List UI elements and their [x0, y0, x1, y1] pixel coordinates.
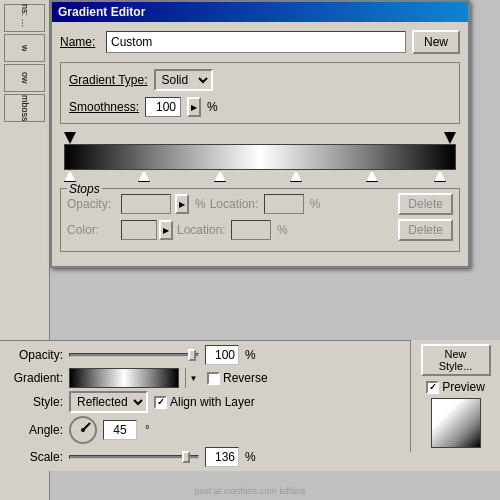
- gradient-stops-row: [64, 170, 456, 184]
- smoothness-label: Smoothness:: [69, 100, 139, 114]
- scale-slider-track[interactable]: [69, 455, 199, 459]
- gradient-bar-outer: [64, 130, 456, 184]
- smoothness-row: Smoothness: ▶ %: [69, 97, 451, 117]
- type-row: Gradient Type: Solid Noise: [69, 69, 451, 91]
- opacity-pct-label: %: [245, 348, 256, 362]
- smoothness-input[interactable]: [145, 97, 181, 117]
- stops-opacity-row: Opacity: ▶ % Location: % Delete: [67, 193, 453, 215]
- stops-color-row: Color: ▶ Location: % Delete: [67, 219, 453, 241]
- name-input[interactable]: [106, 31, 406, 53]
- degree-symbol: °: [145, 423, 150, 437]
- style-label: Style:: [8, 395, 63, 409]
- align-layer-checkbox[interactable]: ✓: [154, 396, 167, 409]
- opacity-value-input[interactable]: [205, 345, 239, 365]
- preview-checkbox-container[interactable]: ✓ Preview: [426, 380, 485, 394]
- reverse-label: Reverse: [223, 371, 268, 385]
- stops-section: Stops Opacity: ▶ % Location: % Delete Co…: [60, 188, 460, 252]
- scale-slider-thumb[interactable]: [182, 451, 190, 463]
- angle-label: Angle:: [8, 423, 63, 437]
- preview-checkbox[interactable]: ✓: [426, 381, 439, 394]
- stop-handle-4[interactable]: [366, 170, 378, 182]
- name-row: Name: New: [60, 30, 460, 54]
- stops-location-label: Location:: [210, 197, 260, 211]
- scale-value-input[interactable]: [205, 447, 239, 467]
- sidebar-item-2[interactable]: w: [4, 34, 45, 62]
- scale-slider-container[interactable]: [69, 450, 199, 464]
- sidebar-item-3[interactable]: ow: [4, 64, 45, 92]
- new-button[interactable]: New: [412, 30, 460, 54]
- style-select[interactable]: Reflected Linear Radial Angle Diamond: [69, 391, 148, 413]
- gradient-preview-bar[interactable]: [64, 144, 456, 170]
- dialog-content: Name: New Gradient Type: Solid Noise Smo…: [52, 22, 468, 266]
- delete-btn-1[interactable]: Delete: [398, 193, 453, 215]
- gradient-mini-preview[interactable]: [69, 368, 179, 388]
- stops-color-swatch[interactable]: [121, 220, 157, 240]
- new-style-button[interactable]: New Style...: [421, 344, 491, 376]
- stops-opacity-arrow[interactable]: ▶: [175, 194, 189, 214]
- gradient-dropdown-arrow[interactable]: ▼: [185, 368, 201, 388]
- bottom-opacity-label: Opacity:: [8, 348, 63, 362]
- name-label: Name:: [60, 35, 100, 49]
- stops-location2-input[interactable]: [231, 220, 271, 240]
- scale-label: Scale:: [8, 450, 63, 464]
- stops-color-arrow[interactable]: ▶: [159, 220, 173, 240]
- stops-location-input[interactable]: [264, 194, 304, 214]
- angle-dial[interactable]: [69, 416, 97, 444]
- right-panel: New Style... ✓ Preview: [410, 340, 500, 452]
- angle-input[interactable]: [103, 420, 137, 440]
- stops-opacity-pct: %: [195, 197, 206, 211]
- color-label: Color:: [67, 223, 117, 237]
- smoothness-arrow-btn[interactable]: ▶: [187, 97, 201, 117]
- align-layer-container[interactable]: ✓ Align with Layer: [154, 395, 255, 409]
- dial-needle: [82, 422, 90, 430]
- dialog-title-bar: Gradient Editor: [52, 2, 468, 22]
- opacity-slider-track[interactable]: [69, 353, 199, 357]
- stop-handle-5[interactable]: [434, 170, 446, 182]
- preview-thumbnail: [431, 398, 481, 448]
- top-handle-right[interactable]: [444, 132, 456, 144]
- gradient-type-section: Gradient Type: Solid Noise Smoothness: ▶…: [60, 62, 460, 124]
- gradient-area: [60, 130, 460, 184]
- stop-handle-1[interactable]: [138, 170, 150, 182]
- stop-handle-0[interactable]: [64, 170, 76, 182]
- opacity-slider-container[interactable]: [69, 348, 199, 362]
- align-layer-label: Align with Layer: [170, 395, 255, 409]
- reverse-checkbox-container[interactable]: Reverse: [207, 371, 268, 385]
- scale-pct-label: %: [245, 450, 256, 464]
- gradient-type-label: Gradient Type:: [69, 73, 148, 87]
- preview-label: Preview: [442, 380, 485, 394]
- gradient-type-select[interactable]: Solid Noise: [154, 69, 213, 91]
- stops-location-label2: Location:: [177, 223, 227, 237]
- top-handles: [64, 130, 456, 144]
- gradient-label: Gradient:: [8, 371, 63, 385]
- dialog-title: Gradient Editor: [58, 5, 145, 19]
- stops-title: Stops: [67, 182, 102, 196]
- opacity-label: Opacity:: [67, 197, 117, 211]
- smoothness-pct: %: [207, 100, 218, 114]
- watermark-text: post at iconfans.com kdfans: [194, 486, 306, 496]
- opacity-slider-thumb[interactable]: [188, 349, 196, 361]
- sidebar-item-1[interactable]: ns: Defau: [4, 4, 45, 32]
- delete-btn-2[interactable]: Delete: [398, 219, 453, 241]
- gradient-editor-dialog: Gradient Editor Name: New Gradient Type:…: [50, 0, 470, 268]
- reverse-checkbox[interactable]: [207, 372, 220, 385]
- stop-handle-2[interactable]: [214, 170, 226, 182]
- sidebar-item-4[interactable]: mboss: [4, 94, 45, 122]
- stop-handle-3[interactable]: [290, 170, 302, 182]
- stops-opacity-input[interactable]: [121, 194, 171, 214]
- top-handle-left[interactable]: [64, 132, 76, 144]
